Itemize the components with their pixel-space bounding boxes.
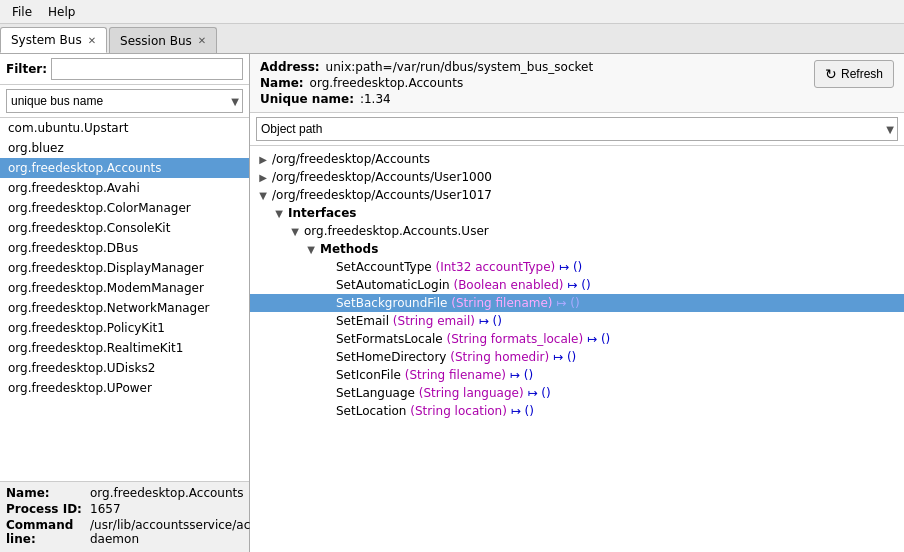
tree-item-label: SetAutomaticLogin (Boolean enabled) ↦ (): [334, 278, 904, 292]
bus-list[interactable]: com.ubuntu.Upstartorg.bluezorg.freedeskt…: [0, 118, 249, 481]
tree-item-path1[interactable]: ▶/org/freedesktop/Accounts: [250, 150, 904, 168]
tree-item-path3[interactable]: ▼/org/freedesktop/Accounts/User1017: [250, 186, 904, 204]
expander-icon[interactable]: ▼: [256, 190, 270, 201]
menu-help[interactable]: Help: [40, 3, 83, 21]
tree-item-label: SetHomeDirectory (String homedir) ↦ (): [334, 350, 904, 364]
tree-item-m6[interactable]: SetHomeDirectory (String homedir) ↦ (): [250, 348, 904, 366]
tree-item-label: SetLanguage (String language) ↦ (): [334, 386, 904, 400]
tab-system-bus-close[interactable]: ✕: [88, 35, 96, 46]
refresh-label: Refresh: [841, 67, 883, 81]
bus-list-item[interactable]: org.freedesktop.Accounts: [0, 158, 249, 178]
tree-item-label: org.freedesktop.Accounts.User: [302, 224, 904, 238]
tree-view[interactable]: ▶/org/freedesktop/Accounts▶/org/freedesk…: [250, 146, 904, 552]
bus-list-item[interactable]: org.freedesktop.UDisks2: [0, 358, 249, 378]
tree-item-m3[interactable]: SetBackgroundFile (String filename) ↦ (): [250, 294, 904, 312]
address-row: Address: unix:path=/var/run/dbus/system_…: [260, 60, 593, 74]
bus-type-dropdown[interactable]: unique bus name well-known bus name: [6, 89, 243, 113]
refresh-icon: ↻: [825, 66, 837, 82]
tab-session-bus-close[interactable]: ✕: [198, 35, 206, 46]
info-name-row: Name: org.freedesktop.Accounts: [6, 486, 243, 500]
tree-item-path2[interactable]: ▶/org/freedesktop/Accounts/User1000: [250, 168, 904, 186]
unique-name-label: Unique name:: [260, 92, 354, 106]
object-path-dropdown[interactable]: Object path: [256, 117, 898, 141]
method-args: (String filename): [451, 296, 552, 310]
menu-file[interactable]: File: [4, 3, 40, 21]
method-return: ↦ (): [587, 332, 610, 346]
expander-icon[interactable]: ▼: [304, 244, 318, 255]
name-label: Name:: [260, 76, 304, 90]
left-panel: Filter: unique bus name well-known bus n…: [0, 54, 250, 552]
refresh-button[interactable]: ↻ Refresh: [814, 60, 894, 88]
object-path-bar: Object path ▼: [250, 113, 904, 146]
bus-list-item[interactable]: org.freedesktop.ColorManager: [0, 198, 249, 218]
expander-icon[interactable]: ▶: [256, 154, 270, 165]
tree-item-label: SetAccountType (Int32 accountType) ↦ (): [334, 260, 904, 274]
tree-item-m1[interactable]: SetAccountType (Int32 accountType) ↦ (): [250, 258, 904, 276]
info-name-value: org.freedesktop.Accounts: [90, 486, 244, 500]
right-panel: Address: unix:path=/var/run/dbus/system_…: [250, 54, 904, 552]
tree-item-interfaces[interactable]: ▼Interfaces: [250, 204, 904, 222]
main-container: Filter: unique bus name well-known bus n…: [0, 54, 904, 552]
bus-list-item[interactable]: org.freedesktop.PolicyKit1: [0, 318, 249, 338]
tree-item-methods[interactable]: ▼Methods: [250, 240, 904, 258]
bus-list-item[interactable]: org.freedesktop.UPower: [0, 378, 249, 398]
tree-item-label: Interfaces: [286, 206, 904, 220]
info-pid-label: Process ID:: [6, 502, 86, 516]
method-args: (String homedir): [450, 350, 549, 364]
object-path-dropdown-wrapper: Object path ▼: [256, 117, 898, 141]
tree-item-iface1[interactable]: ▼org.freedesktop.Accounts.User: [250, 222, 904, 240]
address-value: unix:path=/var/run/dbus/system_bus_socke…: [326, 60, 593, 74]
name-value: org.freedesktop.Accounts: [310, 76, 464, 90]
tree-item-label: /org/freedesktop/Accounts: [270, 152, 904, 166]
expander-icon[interactable]: ▶: [256, 172, 270, 183]
tree-item-label: SetEmail (String email) ↦ (): [334, 314, 904, 328]
expander-icon[interactable]: ▼: [272, 208, 286, 219]
method-name: SetLanguage: [336, 386, 415, 400]
tab-system-bus-label: System Bus: [11, 33, 82, 47]
unique-name-row: Unique name: :1.34: [260, 92, 593, 106]
tree-item-label: SetFormatsLocale (String formats_locale)…: [334, 332, 904, 346]
method-name: SetHomeDirectory: [336, 350, 446, 364]
menubar: File Help: [0, 0, 904, 24]
filter-input[interactable]: [51, 58, 243, 80]
tree-item-m5[interactable]: SetFormatsLocale (String formats_locale)…: [250, 330, 904, 348]
tree-item-m7[interactable]: SetIconFile (String filename) ↦ (): [250, 366, 904, 384]
tree-item-m9[interactable]: SetLocation (String location) ↦ (): [250, 402, 904, 420]
method-args: (Boolean enabled): [453, 278, 563, 292]
tree-item-m8[interactable]: SetLanguage (String language) ↦ (): [250, 384, 904, 402]
method-return: ↦ (): [556, 296, 579, 310]
method-return: ↦ (): [510, 368, 533, 382]
filter-bar: Filter:: [0, 54, 249, 85]
bus-type-dropdown-wrapper: unique bus name well-known bus name ▼: [6, 89, 243, 113]
tree-item-label: SetIconFile (String filename) ↦ (): [334, 368, 904, 382]
info-pid-value: 1657: [90, 502, 121, 516]
method-name: SetIconFile: [336, 368, 401, 382]
bus-list-item[interactable]: org.freedesktop.ModemManager: [0, 278, 249, 298]
bus-list-item[interactable]: org.freedesktop.DisplayManager: [0, 258, 249, 278]
tab-session-bus-label: Session Bus: [120, 34, 192, 48]
method-args: (String location): [410, 404, 507, 418]
method-args: (Int32 accountType): [436, 260, 556, 274]
tab-session-bus[interactable]: Session Bus ✕: [109, 27, 217, 53]
tree-item-label: /org/freedesktop/Accounts/User1017: [270, 188, 904, 202]
bus-list-item[interactable]: org.freedesktop.ConsoleKit: [0, 218, 249, 238]
bus-list-item[interactable]: org.freedesktop.NetworkManager: [0, 298, 249, 318]
method-name: SetAccountType: [336, 260, 432, 274]
info-pid-row: Process ID: 1657: [6, 502, 243, 516]
method-return: ↦ (): [527, 386, 550, 400]
method-name: SetLocation: [336, 404, 406, 418]
tree-item-m4[interactable]: SetEmail (String email) ↦ (): [250, 312, 904, 330]
info-name-label: Name:: [6, 486, 86, 500]
bus-list-item[interactable]: org.freedesktop.DBus: [0, 238, 249, 258]
bus-list-item[interactable]: com.ubuntu.Upstart: [0, 118, 249, 138]
address-info: Address: unix:path=/var/run/dbus/system_…: [260, 60, 593, 106]
method-name: SetFormatsLocale: [336, 332, 443, 346]
tree-item-m2[interactable]: SetAutomaticLogin (Boolean enabled) ↦ (): [250, 276, 904, 294]
address-label: Address:: [260, 60, 320, 74]
bus-list-item[interactable]: org.freedesktop.Avahi: [0, 178, 249, 198]
expander-icon[interactable]: ▼: [288, 226, 302, 237]
tab-system-bus[interactable]: System Bus ✕: [0, 27, 107, 53]
method-name: SetEmail: [336, 314, 389, 328]
bus-list-item[interactable]: org.freedesktop.RealtimeKit1: [0, 338, 249, 358]
bus-list-item[interactable]: org.bluez: [0, 138, 249, 158]
